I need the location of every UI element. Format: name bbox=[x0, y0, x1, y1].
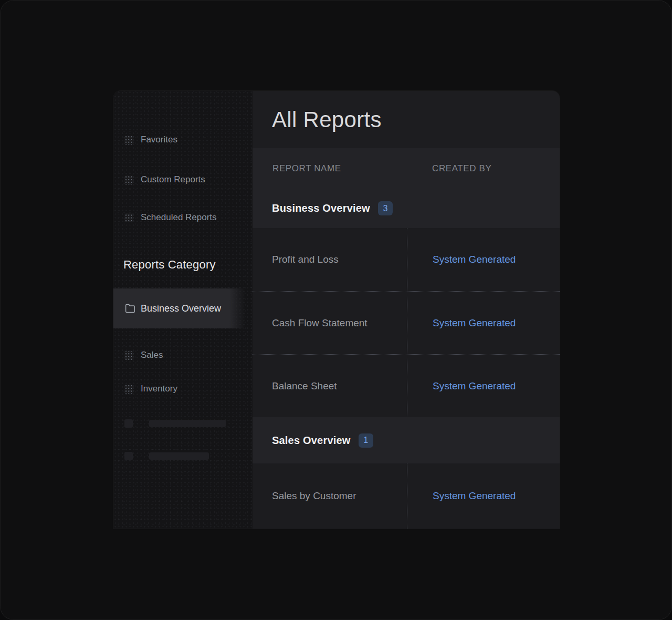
report-name-cell[interactable]: Sales by Customer bbox=[253, 463, 407, 529]
group-count-badge: 3 bbox=[378, 201, 393, 215]
created-by-cell: System Generated bbox=[407, 355, 560, 417]
skeleton-icon bbox=[124, 419, 133, 428]
column-header-report-name: REPORT NAME bbox=[272, 163, 341, 174]
report-name-cell[interactable]: Balance Sheet bbox=[253, 355, 407, 417]
sidebar-skeleton-item bbox=[124, 419, 226, 428]
sidebar-item-business-overview[interactable]: Business Overview bbox=[113, 288, 245, 328]
sidebar-item-label: Custom Reports bbox=[141, 174, 205, 185]
group-header-business-overview[interactable]: Business Overview 3 bbox=[253, 189, 560, 228]
skeleton-icon bbox=[124, 452, 133, 460]
sidebar-item-label: Scheduled Reports bbox=[141, 212, 217, 223]
sidebar-item-scheduled-reports[interactable]: Scheduled Reports bbox=[113, 211, 253, 224]
created-by-link[interactable]: System Generated bbox=[433, 254, 516, 265]
table-row-profit-and-loss[interactable]: Profit and Loss System Generated bbox=[253, 228, 560, 291]
title-band: All Reports bbox=[253, 91, 560, 148]
skeleton-bar bbox=[149, 420, 226, 427]
reports-sidebar: Favorites Custom Reports Scheduled Repor… bbox=[113, 91, 253, 529]
group-name: Business Overview bbox=[272, 202, 370, 214]
group-name: Sales Overview bbox=[272, 435, 351, 447]
created-by-cell: System Generated bbox=[407, 292, 560, 354]
table-header: REPORT NAME CREATED BY bbox=[253, 148, 560, 189]
table-row-cash-flow-statement[interactable]: Cash Flow Statement System Generated bbox=[253, 291, 560, 354]
scheduled-reports-placeholder-icon bbox=[124, 213, 133, 222]
table-row-balance-sheet[interactable]: Balance Sheet System Generated bbox=[253, 354, 560, 417]
sales-placeholder-icon bbox=[124, 351, 133, 360]
sidebar-item-label: Business Overview bbox=[141, 303, 221, 314]
page-title: All Reports bbox=[272, 107, 382, 132]
report-name-cell[interactable]: Profit and Loss bbox=[253, 228, 407, 291]
skeleton-bar bbox=[149, 452, 209, 460]
reports-panel: Favorites Custom Reports Scheduled Repor… bbox=[113, 91, 560, 529]
created-by-cell: System Generated bbox=[407, 228, 560, 291]
sidebar-item-label: Favorites bbox=[141, 135, 177, 145]
sidebar-skeleton-item bbox=[124, 452, 209, 460]
sidebar-item-label: Inventory bbox=[141, 384, 177, 394]
app-screen: Favorites Custom Reports Scheduled Repor… bbox=[0, 0, 672, 620]
sidebar-item-favorites[interactable]: Favorites bbox=[113, 133, 253, 146]
sidebar-item-custom-reports[interactable]: Custom Reports bbox=[113, 173, 253, 186]
table-row-sales-by-customer[interactable]: Sales by Customer System Generated bbox=[253, 463, 560, 529]
favorites-placeholder-icon bbox=[124, 136, 133, 144]
created-by-link[interactable]: System Generated bbox=[433, 317, 516, 329]
sidebar-item-inventory[interactable]: Inventory bbox=[113, 383, 253, 395]
created-by-link[interactable]: System Generated bbox=[433, 380, 516, 392]
sidebar-item-label: Sales bbox=[141, 350, 163, 360]
folder-icon bbox=[125, 303, 135, 314]
sidebar-section-title: Reports Category bbox=[123, 258, 216, 272]
created-by-cell: System Generated bbox=[407, 463, 560, 529]
column-header-created-by: CREATED BY bbox=[432, 163, 491, 174]
sidebar-item-sales[interactable]: Sales bbox=[113, 349, 253, 361]
custom-reports-placeholder-icon bbox=[124, 175, 133, 184]
created-by-link[interactable]: System Generated bbox=[433, 490, 516, 502]
report-name-cell[interactable]: Cash Flow Statement bbox=[253, 292, 407, 354]
group-header-sales-overview[interactable]: Sales Overview 1 bbox=[253, 417, 560, 463]
group-count-badge: 1 bbox=[359, 433, 373, 448]
inventory-placeholder-icon bbox=[124, 385, 133, 394]
reports-main: All Reports REPORT NAME CREATED BY Busin… bbox=[253, 91, 560, 529]
